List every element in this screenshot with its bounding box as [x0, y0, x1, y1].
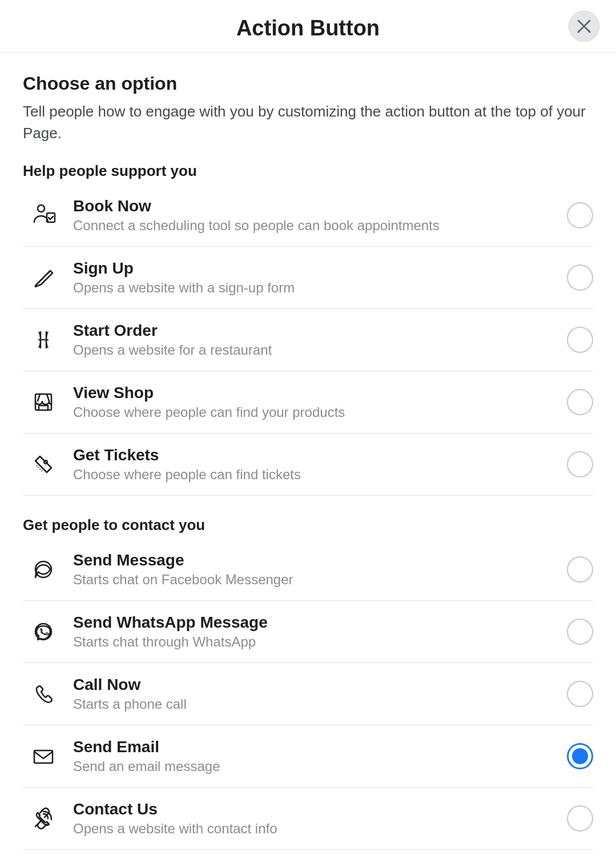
option-send-email-subtitle: Send an email message: [73, 758, 558, 774]
contact-options-list: Send Message Starts chat on Facebook Mes…: [23, 539, 593, 850]
option-call-now[interactable]: Call Now Starts a phone call: [23, 663, 593, 725]
option-get-tickets-title: Get Tickets: [73, 446, 558, 464]
send-email-icon: [23, 744, 64, 769]
option-send-whatsapp-radio[interactable]: [567, 619, 593, 645]
content-area: Choose an option Tell people how to enga…: [0, 53, 616, 850]
option-get-tickets-radio[interactable]: [567, 451, 593, 477]
contact-us-icon: [23, 806, 64, 831]
option-view-shop-title: View Shop: [73, 384, 558, 402]
option-view-shop-text: View Shop Choose where people can find y…: [64, 384, 567, 420]
option-get-tickets-subtitle: Choose where people can find tickets: [73, 467, 558, 483]
option-start-order-radio[interactable]: [567, 327, 593, 353]
option-book-now[interactable]: Book Now Connect a scheduling tool so pe…: [23, 184, 593, 247]
svg-line-4: [48, 271, 50, 273]
option-book-now-text: Book Now Connect a scheduling tool so pe…: [64, 197, 567, 234]
view-shop-icon: [23, 390, 64, 415]
option-start-order-title: Start Order: [73, 322, 558, 340]
call-now-icon: [23, 681, 64, 707]
option-book-now-subtitle: Connect a scheduling tool so people can …: [73, 218, 558, 234]
option-book-now-title: Book Now: [73, 197, 558, 215]
option-contact-us-text: Contact Us Opens a website with contact …: [64, 800, 567, 837]
option-send-message-title: Send Message: [73, 551, 558, 569]
option-start-order-subtitle: Opens a website for a restaurant: [73, 342, 558, 358]
close-icon: [576, 18, 592, 34]
option-view-shop[interactable]: View Shop Choose where people can find y…: [23, 371, 593, 434]
group-label-contact: Get people to contact you: [23, 516, 593, 534]
option-send-whatsapp-text: Send WhatsApp Message Starts chat throug…: [64, 613, 567, 650]
send-message-icon: [23, 557, 64, 582]
option-contact-us-title: Contact Us: [73, 800, 558, 818]
close-button[interactable]: [568, 10, 600, 42]
option-get-tickets-text: Get Tickets Choose where people can find…: [64, 446, 567, 483]
book-now-icon: [23, 203, 64, 228]
option-send-whatsapp-title: Send WhatsApp Message: [73, 613, 558, 632]
option-call-now-subtitle: Starts a phone call: [73, 696, 558, 712]
option-send-whatsapp[interactable]: Send WhatsApp Message Starts chat throug…: [23, 601, 593, 663]
option-send-message-radio[interactable]: [567, 556, 593, 583]
start-order-icon: [23, 327, 64, 352]
option-book-now-radio[interactable]: [567, 202, 593, 228]
page-title: Action Button: [236, 16, 380, 41]
get-tickets-icon: [23, 452, 64, 477]
option-send-message[interactable]: Send Message Starts chat on Facebook Mes…: [23, 539, 593, 601]
svg-point-2: [38, 205, 45, 212]
option-view-shop-radio[interactable]: [567, 389, 593, 415]
option-call-now-text: Call Now Starts a phone call: [64, 676, 567, 712]
support-options-list: Book Now Connect a scheduling tool so pe…: [23, 184, 593, 496]
svg-rect-14: [34, 750, 53, 763]
option-start-order[interactable]: Start Order Opens a website for a restau…: [23, 309, 593, 371]
option-send-email[interactable]: Send Email Send an email message: [23, 725, 593, 788]
option-sign-up-title: Sign Up: [73, 259, 558, 278]
sign-up-icon: [23, 265, 64, 290]
send-whatsapp-icon: [23, 619, 64, 644]
option-contact-us[interactable]: Contact Us Opens a website with contact …: [23, 788, 593, 850]
option-contact-us-subtitle: Opens a website with contact info: [73, 821, 558, 837]
option-send-whatsapp-subtitle: Starts chat through WhatsApp: [73, 634, 558, 650]
section-heading: Choose an option: [23, 73, 593, 94]
option-sign-up-subtitle: Opens a website with a sign-up form: [73, 280, 558, 296]
option-send-message-subtitle: Starts chat on Facebook Messenger: [73, 572, 558, 588]
option-call-now-radio[interactable]: [567, 681, 593, 707]
group-label-support: Help people support you: [23, 162, 593, 180]
option-send-email-title: Send Email: [73, 738, 558, 756]
option-send-message-text: Send Message Starts chat on Facebook Mes…: [64, 551, 567, 588]
option-start-order-text: Start Order Opens a website for a restau…: [64, 322, 567, 358]
option-send-email-text: Send Email Send an email message: [64, 738, 567, 774]
option-contact-us-radio[interactable]: [567, 805, 593, 832]
header: Action Button: [0, 0, 616, 53]
option-sign-up[interactable]: Sign Up Opens a website with a sign-up f…: [23, 247, 593, 309]
option-view-shop-subtitle: Choose where people can find your produc…: [73, 404, 558, 420]
svg-point-12: [35, 561, 51, 577]
option-send-email-radio[interactable]: [567, 743, 593, 769]
option-sign-up-radio[interactable]: [567, 264, 593, 291]
section-description: Tell people how to engage with you by cu…: [23, 101, 593, 144]
option-get-tickets[interactable]: Get Tickets Choose where people can find…: [23, 434, 593, 496]
option-sign-up-text: Sign Up Opens a website with a sign-up f…: [64, 259, 567, 296]
option-call-now-title: Call Now: [73, 676, 558, 694]
